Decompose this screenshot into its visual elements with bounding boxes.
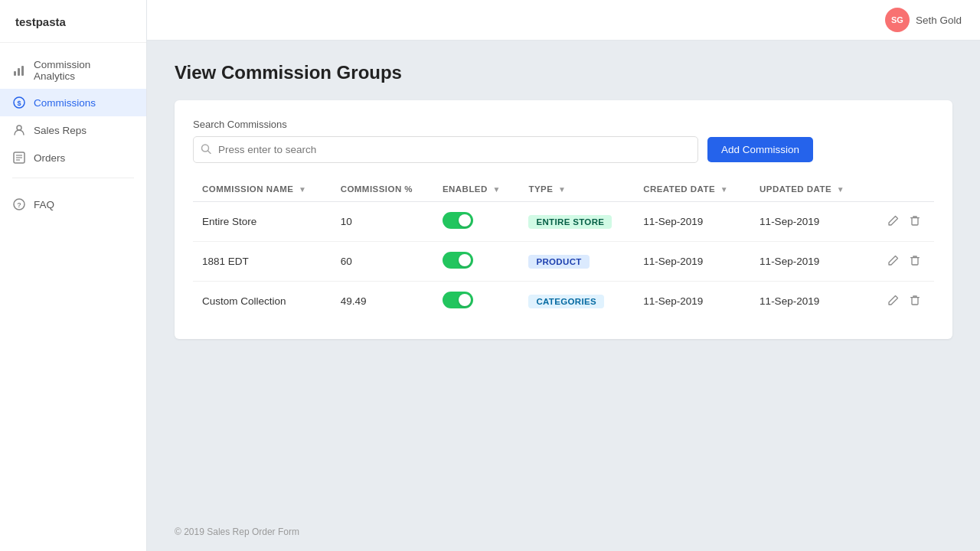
sidebar-item-orders[interactable]: Orders [0, 144, 146, 171]
cell-name-2: Custom Collection [193, 282, 332, 321]
table-row: Entire Store 10 ENTIRE STORE 11-Sep-2019… [193, 202, 934, 242]
page-footer: © 2019 Sales Rep Order Form [147, 513, 980, 551]
toggle-2[interactable] [443, 292, 473, 308]
sidebar: testpasta Commission Analytics $ [0, 0, 147, 551]
cell-percent-2: 49.49 [332, 282, 433, 321]
search-input-wrap [193, 136, 698, 163]
sidebar-item-analytics[interactable]: Commission Analytics [0, 52, 146, 89]
page-title: View Commission Groups [175, 62, 952, 83]
main-content: SG Seth Gold View Commission Groups Sear… [147, 0, 980, 551]
svg-text:$: $ [17, 99, 21, 107]
svg-rect-0 [14, 71, 16, 76]
toggle-0[interactable] [443, 212, 473, 229]
svg-point-5 [17, 126, 21, 130]
cell-actions-1 [867, 242, 934, 282]
col-updated[interactable]: UPDATED DATE ▼ [750, 178, 867, 202]
chart-icon [12, 64, 26, 77]
user-info: SG Seth Gold [885, 8, 962, 32]
cell-enabled-0[interactable] [433, 202, 519, 242]
dollar-icon: $ [12, 96, 26, 109]
avatar: SG [885, 8, 910, 32]
sort-icon-enabled: ▼ [492, 185, 500, 194]
cell-created-1: 11-Sep-2019 [634, 242, 750, 282]
cell-type-0: ENTIRE STORE [519, 202, 634, 242]
cell-percent-1: 60 [332, 242, 433, 282]
brand-name: testpasta [0, 0, 146, 43]
sort-icon-type: ▼ [558, 185, 566, 194]
sidebar-label-sales-reps: Sales Reps [34, 125, 87, 136]
sort-icon-created: ▼ [720, 185, 728, 194]
type-badge-0: ENTIRE STORE [528, 215, 612, 229]
sidebar-label-analytics: Commission Analytics [34, 59, 134, 82]
cell-enabled-2[interactable] [433, 282, 519, 321]
cell-created-2: 11-Sep-2019 [634, 282, 750, 321]
col-name[interactable]: COMMISSION NAME ▼ [193, 178, 332, 202]
table-row: Custom Collection 49.49 CATEGORIES 11-Se… [193, 282, 934, 321]
user-name: Seth Gold [916, 15, 962, 26]
type-badge-2: CATEGORIES [528, 295, 604, 308]
col-created[interactable]: CREATED DATE ▼ [634, 178, 750, 202]
cell-name-1: 1881 EDT [193, 242, 332, 282]
toggle-1[interactable] [443, 252, 473, 269]
sidebar-item-faq[interactable]: ? FAQ [0, 191, 146, 218]
svg-rect-2 [21, 66, 24, 76]
edit-button-1[interactable] [884, 252, 903, 271]
delete-button-1[interactable] [905, 252, 925, 271]
delete-button-2[interactable] [905, 292, 925, 311]
commissions-card: Search Commissions Add Commission [175, 100, 952, 339]
cell-percent-0: 10 [332, 202, 433, 242]
cell-updated-1: 11-Sep-2019 [750, 242, 867, 282]
col-percent: COMMISSION % [332, 178, 433, 202]
sidebar-divider [12, 178, 134, 178]
table-row: 1881 EDT 60 PRODUCT 11-Sep-2019 11-Sep-2… [193, 242, 934, 282]
edit-button-2[interactable] [884, 292, 903, 311]
sort-icon-name: ▼ [299, 185, 306, 194]
commissions-table: COMMISSION NAME ▼ COMMISSION % ENABLED ▼ [193, 178, 934, 321]
cell-updated-0: 11-Sep-2019 [750, 202, 867, 242]
edit-button-0[interactable] [884, 212, 903, 231]
list-icon [12, 151, 26, 165]
table-header: COMMISSION NAME ▼ COMMISSION % ENABLED ▼ [193, 178, 934, 202]
page-content: View Commission Groups Search Commission… [147, 41, 980, 513]
sidebar-item-sales-reps[interactable]: Sales Reps [0, 116, 146, 144]
add-commission-button[interactable]: Add Commission [707, 137, 813, 162]
cell-created-0: 11-Sep-2019 [634, 202, 750, 242]
col-type[interactable]: TYPE ▼ [519, 178, 634, 202]
cell-type-1: PRODUCT [519, 242, 634, 282]
col-enabled[interactable]: ENABLED ▼ [433, 178, 519, 202]
sidebar-label-orders: Orders [34, 152, 65, 164]
person-icon [12, 123, 26, 137]
sidebar-label-faq: FAQ [34, 199, 54, 210]
top-header: SG Seth Gold [147, 0, 980, 41]
delete-button-0[interactable] [905, 212, 925, 231]
cell-name-0: Entire Store [193, 202, 332, 242]
cell-actions-2 [867, 282, 934, 321]
search-label: Search Commissions [193, 119, 934, 130]
cell-actions-0 [867, 202, 934, 242]
svg-rect-1 [18, 68, 20, 76]
footer-text: © 2019 Sales Rep Order Form [175, 527, 299, 537]
svg-text:?: ? [17, 201, 21, 209]
col-actions [867, 178, 934, 202]
sort-icon-updated: ▼ [837, 185, 844, 194]
cell-updated-2: 11-Sep-2019 [750, 282, 867, 321]
search-input[interactable] [193, 136, 698, 163]
search-row: Add Commission [193, 136, 934, 163]
cell-type-2: CATEGORIES [519, 282, 634, 321]
sidebar-label-commissions: Commissions [34, 97, 96, 109]
help-icon: ? [12, 197, 26, 211]
sidebar-nav: Commission Analytics $ Commissions [0, 43, 146, 551]
sidebar-item-commissions[interactable]: $ Commissions [0, 89, 146, 116]
cell-enabled-1[interactable] [433, 242, 519, 282]
type-badge-1: PRODUCT [528, 255, 589, 269]
table-body: Entire Store 10 ENTIRE STORE 11-Sep-2019… [193, 202, 934, 321]
